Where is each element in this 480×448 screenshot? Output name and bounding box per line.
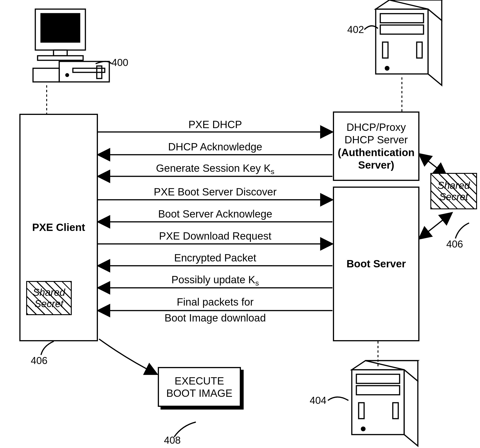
shared-secret-left: SharedSecret (26, 281, 72, 315)
secret-left-l2: Secret (34, 298, 63, 309)
msg-pxe-dhcp: PXE DHCP (98, 118, 332, 131)
svg-rect-27 (359, 403, 364, 419)
dhcp-line4: Server) (358, 159, 394, 171)
svg-rect-14 (380, 14, 424, 23)
svg-point-7 (66, 74, 69, 76)
ref-408: 408 (164, 434, 181, 446)
msg-download-req: PXE Download Request (98, 230, 332, 242)
dhcp-server-icon (376, 0, 442, 85)
boot-server-box: Boot Server (333, 186, 419, 341)
msg-final-1: Final packets for (98, 296, 332, 308)
svg-rect-3 (38, 56, 83, 60)
svg-rect-20 (352, 370, 404, 434)
ref-400: 400 (112, 57, 128, 68)
svg-rect-2 (54, 50, 67, 56)
svg-rect-4 (59, 62, 109, 82)
svg-rect-10 (376, 9, 428, 74)
pxe-client-label: PXE Client (32, 221, 85, 234)
secret-right-l1: Shared (438, 180, 470, 191)
svg-line-40 (419, 213, 452, 239)
msg-encrypted: Encrypted Packet (98, 252, 332, 264)
ref-406-left: 406 (31, 355, 47, 366)
msg-boot-discover: PXE Boot Server Discover (98, 186, 332, 198)
svg-marker-12 (376, 0, 442, 9)
secret-right-l2: Secret (439, 191, 468, 202)
boot-server-label: Boot Server (346, 258, 406, 270)
dhcp-line3: (Authentication (338, 146, 414, 159)
svg-rect-5 (33, 68, 59, 82)
svg-marker-22 (352, 361, 418, 370)
client-pc-icon (33, 9, 109, 82)
svg-rect-18 (417, 42, 422, 58)
secret-left-l1: Shared (33, 287, 65, 298)
svg-rect-15 (380, 25, 424, 34)
dhcp-line1: DHCP/Proxy (346, 121, 406, 134)
msg-gen-session-key: Generate Session Key Ks (98, 162, 332, 176)
ref-402: 402 (347, 24, 364, 35)
ref-404: 404 (310, 395, 326, 406)
execute-boot-image-box: EXECUTE BOOT IMAGE (158, 367, 241, 407)
msg-update-ks: Possibly update Ks (98, 274, 332, 287)
svg-rect-28 (393, 403, 398, 419)
svg-marker-23 (366, 361, 418, 381)
dhcp-line2: DHCP Server (345, 134, 408, 146)
svg-rect-0 (35, 9, 85, 50)
svg-point-16 (385, 66, 389, 70)
svg-rect-6 (97, 66, 102, 78)
svg-marker-21 (404, 370, 418, 446)
shared-secret-right: SharedSecret (430, 173, 477, 209)
diagram-canvas: PXE Client DHCP/Proxy DHCP Server (Authe… (0, 0, 480, 448)
exec-l1: EXECUTE (175, 375, 224, 387)
svg-rect-8 (73, 68, 105, 72)
svg-rect-1 (41, 14, 80, 42)
svg-rect-25 (356, 386, 400, 395)
msg-dhcp-ack: DHCP Acknowledge (98, 141, 332, 153)
svg-marker-11 (428, 9, 442, 85)
svg-rect-17 (382, 42, 388, 58)
dhcp-server-box: DHCP/Proxy DHCP Server (Authentication S… (333, 111, 419, 181)
svg-line-39 (419, 154, 446, 175)
boot-server-icon (352, 361, 418, 446)
svg-point-26 (361, 427, 365, 431)
ref-406-right: 406 (446, 238, 463, 250)
svg-rect-24 (356, 374, 400, 383)
msg-boot-ack: Boot Server Acknowlege (98, 208, 332, 220)
msg-final-2: Boot Image download (98, 312, 332, 324)
svg-marker-13 (389, 0, 442, 21)
exec-l2: BOOT IMAGE (166, 387, 233, 399)
